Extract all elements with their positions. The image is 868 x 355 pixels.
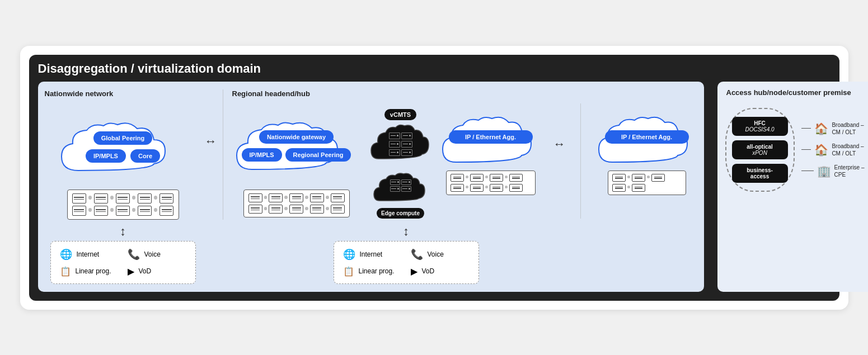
regional-server-rack — [243, 190, 350, 217]
line-enterprise — [801, 171, 814, 171]
voice-icon-right: 📞 — [411, 248, 423, 261]
regional-label: Regional headend/hub — [232, 89, 310, 98]
domain-box: Disaggregation / virtualization domain N… — [29, 55, 839, 301]
building-broadband-2: 🏠 Broadband – CM / OLT — [801, 143, 866, 157]
main-container: Disaggregation / virtualization domain N… — [20, 46, 848, 310]
service-vod-right: ▶ VoD — [411, 266, 470, 277]
ip-eth-cloud2-svg — [597, 115, 697, 176]
access-label: Access hub/node/customer premise — [726, 88, 865, 97]
global-peering-btn: Global Peering — [93, 131, 153, 145]
business-access-btn: business-access — [732, 164, 788, 183]
edge-compute-label: Edge compute — [377, 208, 424, 219]
hfc-docsis-btn: HFCDOCSIS4.0 — [732, 117, 788, 136]
divider-1 — [223, 89, 223, 220]
service-internet-left: 🌐 Internet — [60, 248, 119, 261]
broadband-label-1: Broadband – CM / OLT — [832, 121, 866, 136]
divider-2 — [580, 103, 581, 219]
access-dashed-container: HFCDOCSIS4.0 all-opticalxPON business-ac… — [725, 108, 795, 192]
service-linear-left: 📋 Linear prog. — [60, 266, 119, 277]
vcmts-label: vCMTS — [384, 109, 416, 120]
vod-icon-left: ▶ — [128, 266, 134, 277]
arrow-v-regional: ↕ — [403, 225, 409, 238]
services-box-right: 🌐 Internet 📞 Voice 📋 Linear prog. — [334, 241, 479, 284]
linear-icon-right: 📋 — [343, 266, 354, 277]
voice-icon-left: 📞 — [128, 248, 140, 261]
internet-icon-right: 🌐 — [343, 248, 355, 261]
vod-icon-right: ▶ — [411, 266, 417, 277]
regional-peering-btn: Regional Peering — [285, 148, 351, 162]
access-section: Access hub/node/customer premise HFCDOCS… — [717, 82, 869, 292]
nationwide-label: Nationwide network — [45, 89, 114, 98]
broadband-label-2: Broadband – CM / OLT — [832, 143, 866, 157]
nationwide-server-rack — [67, 190, 179, 220]
domain-title: Disaggregation / virtualization domain — [38, 61, 831, 76]
house-icon-1: 🏠 — [814, 122, 828, 135]
ip-eth-agg1-btn: IP / Ethernet Agg. — [449, 130, 533, 144]
building-broadband-1: 🏠 Broadband – CM / OLT — [801, 121, 866, 136]
line-broadband-1 — [801, 128, 811, 129]
building-enterprise: 🏢 Enterprise – CPE — [801, 164, 866, 178]
service-voice-right: 📞 Voice — [411, 248, 470, 261]
line-broadband-2 — [801, 149, 811, 150]
ip-eth-agg2-btn: IP / Ethernet Agg. — [605, 130, 689, 144]
all-optical-btn: all-opticalxPON — [732, 140, 788, 159]
internet-icon-left: 🌐 — [60, 248, 72, 261]
ip-mpls-btn-2: IP/MPLS — [242, 148, 282, 162]
linear-icon-left: 📋 — [60, 266, 71, 277]
arrow-ip-eth: ↔ — [550, 137, 569, 152]
service-internet-right: 🌐 Internet — [343, 248, 402, 261]
service-vod-left: ▶ VoD — [128, 266, 186, 277]
service-voice-left: 📞 Voice — [128, 248, 186, 261]
nationwide-gateway-btn: Nationwide gateway — [259, 130, 334, 144]
house-icon-2: 🏠 — [814, 143, 828, 157]
enterprise-icon: 🏢 — [817, 164, 831, 178]
ip-mpls-btn-1: IP/MPLS — [86, 149, 126, 163]
enterprise-label: Enterprise – CPE — [834, 164, 866, 178]
core-btn: Core — [130, 149, 160, 163]
building-connections: 🏠 Broadband – CM / OLT 🏠 Broadband – CM … — [801, 121, 866, 178]
service-linear-right: 📋 Linear prog. — [343, 266, 402, 277]
services-box-left: 🌐 Internet 📞 Voice 📋 Linear prog. — [50, 241, 196, 284]
ip-eth-cloud1-svg — [440, 115, 541, 176]
arrow-v-nationwide: ↕ — [120, 225, 126, 238]
arrow-nationwide-regional: ↔ — [201, 134, 220, 149]
